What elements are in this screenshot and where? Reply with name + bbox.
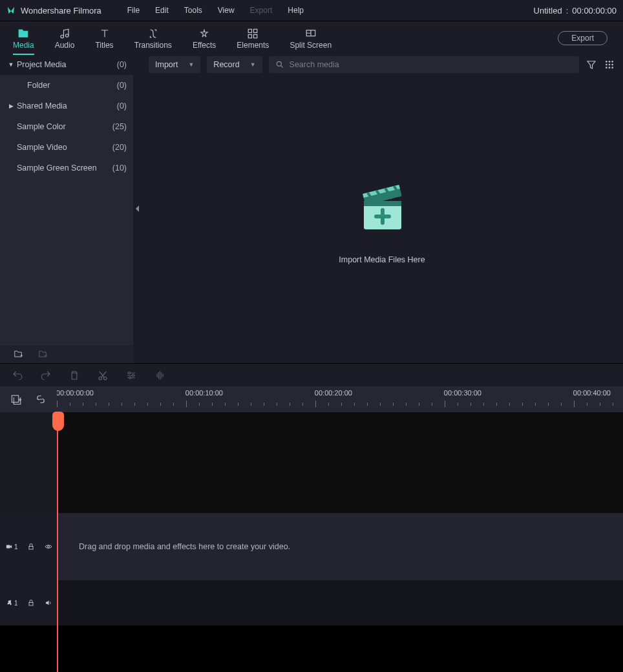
- titlebar: Wondershare Filmora File Edit Tools View…: [0, 0, 623, 21]
- audio-track-head[interactable]: 1: [0, 580, 57, 625]
- tab-effects-label: Effects: [193, 41, 216, 50]
- svg-point-14: [606, 67, 607, 68]
- menu-export: Export: [242, 3, 280, 17]
- ruler[interactable]: 00:00:00:00 00:00:10:00 00:00:20:00 00:0…: [57, 386, 623, 412]
- tab-split-screen-label: Split Screen: [290, 41, 332, 50]
- export-button[interactable]: Export: [558, 31, 607, 45]
- menu-help[interactable]: Help: [280, 3, 312, 17]
- tab-elements-label: Elements: [237, 41, 269, 50]
- sidebar-count: (0): [117, 81, 127, 90]
- video-track-head[interactable]: 1: [0, 513, 57, 580]
- sidebar-item-folder[interactable]: Folder (0): [0, 75, 133, 96]
- tab-media-label: Media: [13, 41, 34, 50]
- search-media-input[interactable]: [290, 60, 573, 69]
- video-track-body[interactable]: Drag and drop media and effects here to …: [57, 513, 623, 580]
- video-track-number: 1: [14, 543, 18, 551]
- track-spacer[interactable]: [57, 412, 623, 513]
- new-folder-icon[interactable]: [13, 350, 23, 359]
- main-panel: ▼ Project Media (0) Folder (0) ▶ Shared …: [0, 54, 623, 363]
- playhead-line[interactable]: [57, 413, 58, 672]
- svg-rect-27: [29, 547, 33, 550]
- sidebar-item-shared-media[interactable]: ▶ Shared Media (0): [0, 96, 133, 116]
- menu-view[interactable]: View: [210, 3, 242, 17]
- menu-tools[interactable]: Tools: [176, 3, 210, 17]
- caret-down-icon: ▼: [5, 61, 17, 68]
- sidebar-label: Project Media: [17, 60, 66, 69]
- svg-rect-26: [6, 545, 10, 549]
- delete-icon[interactable]: [69, 370, 80, 381]
- adjust-icon[interactable]: [125, 370, 137, 381]
- svg-point-11: [606, 64, 607, 66]
- project-duration: 00:00:00:00: [572, 6, 617, 16]
- tab-audio-label: Audio: [55, 41, 75, 50]
- tab-elements[interactable]: Elements: [226, 21, 279, 55]
- sidebar-collapse-handle[interactable]: [133, 54, 141, 363]
- svg-rect-29: [29, 603, 33, 606]
- ruler-label: 00:00:30:00: [444, 389, 481, 397]
- svg-point-22: [129, 372, 131, 373]
- timeline-tracks: 1 Drag and drop media and effects here t…: [0, 412, 623, 672]
- grid-view-icon[interactable]: [604, 59, 615, 70]
- svg-point-9: [609, 61, 611, 63]
- tab-split-screen[interactable]: Split Screen: [279, 21, 342, 55]
- speaker-icon[interactable]: [44, 599, 53, 607]
- audio-track-number: 1: [14, 600, 18, 607]
- sidebar-label: Sample Color: [17, 122, 66, 131]
- track-head-bottom: [0, 625, 57, 672]
- video-track-badge: 1: [5, 543, 18, 551]
- tab-transitions-label: Transitions: [134, 41, 172, 50]
- music-icon: [5, 600, 13, 606]
- svg-point-16: [611, 67, 613, 68]
- timeline-ruler[interactable]: 00:00:00:00 00:00:10:00 00:00:20:00 00:0…: [0, 386, 623, 412]
- filter-icon[interactable]: [586, 59, 597, 70]
- svg-point-0: [61, 35, 64, 38]
- media-sidebar: ▼ Project Media (0) Folder (0) ▶ Shared …: [0, 54, 133, 363]
- search-media-box[interactable]: [269, 56, 579, 73]
- svg-rect-3: [254, 29, 257, 32]
- playhead-knob[interactable]: [52, 412, 64, 431]
- ruler-label: 00:00:10:00: [185, 389, 223, 397]
- sidebar-item-project-media[interactable]: ▼ Project Media (0): [0, 54, 133, 75]
- tab-media[interactable]: Media: [3, 21, 45, 55]
- chevron-left-icon: [136, 205, 139, 212]
- app-title: Wondershare Filmora: [21, 6, 101, 16]
- sidebar-label: Shared Media: [17, 101, 67, 110]
- svg-point-15: [609, 67, 611, 68]
- add-track-icon[interactable]: [10, 394, 22, 405]
- main-tabbar: Media Audio Titles Transitions Effects E…: [0, 21, 623, 54]
- chevron-down-icon: ▼: [188, 61, 194, 68]
- sidebar-count: (20): [112, 143, 127, 152]
- project-name: Untitled: [534, 6, 562, 16]
- lock-icon[interactable]: [27, 599, 35, 607]
- eye-icon[interactable]: [44, 543, 53, 551]
- media-drop-zone[interactable]: Import Media Files Here: [141, 75, 623, 363]
- audio-waveform-icon[interactable]: [154, 370, 165, 381]
- project-status: Untitled : 00:00:00:00: [534, 6, 617, 16]
- record-dropdown[interactable]: Record ▼: [207, 56, 262, 73]
- sidebar-label: Folder: [27, 81, 50, 90]
- tab-titles[interactable]: Titles: [85, 21, 123, 55]
- sidebar-item-sample-color[interactable]: Sample Color (25): [0, 116, 133, 137]
- tab-effects[interactable]: Effects: [182, 21, 226, 55]
- cut-icon[interactable]: [97, 370, 109, 381]
- tab-audio[interactable]: Audio: [45, 21, 85, 55]
- svg-point-23: [132, 374, 134, 376]
- track-head-spacer: [0, 412, 57, 513]
- media-toolbar: Import ▼ Record ▼: [141, 54, 623, 75]
- sidebar-item-sample-green-screen[interactable]: Sample Green Screen (10): [0, 158, 133, 178]
- link-icon[interactable]: [35, 394, 47, 405]
- menu-edit[interactable]: Edit: [147, 3, 176, 17]
- delete-folder-icon[interactable]: [37, 350, 48, 359]
- import-dropdown[interactable]: Import ▼: [149, 56, 200, 73]
- audio-track-badge: 1: [5, 600, 18, 607]
- tab-transitions[interactable]: Transitions: [124, 21, 182, 55]
- undo-icon[interactable]: [12, 370, 23, 381]
- lock-icon[interactable]: [27, 543, 35, 551]
- svg-point-7: [277, 61, 281, 66]
- menu-file[interactable]: File: [120, 3, 147, 17]
- sidebar-item-sample-video[interactable]: Sample Video (20): [0, 137, 133, 158]
- sidebar-label: Sample Video: [17, 143, 67, 152]
- ruler-label: 00:00:40:00: [573, 389, 611, 397]
- audio-track-body[interactable]: [57, 580, 623, 625]
- redo-icon[interactable]: [40, 370, 52, 381]
